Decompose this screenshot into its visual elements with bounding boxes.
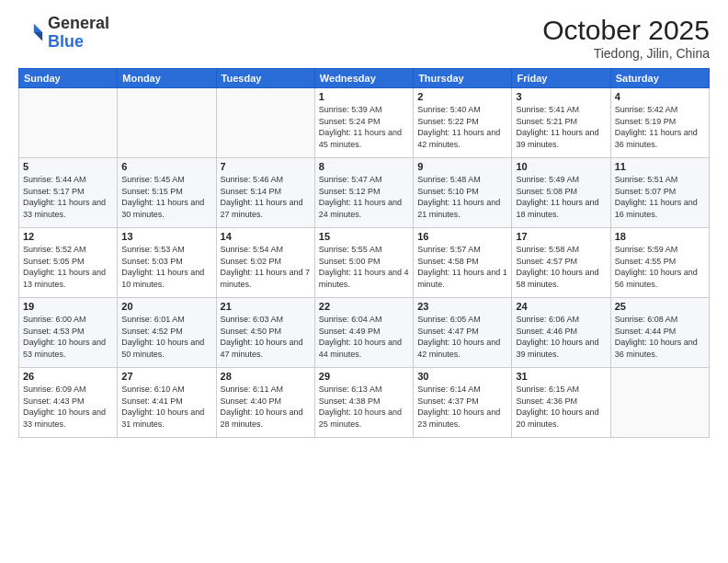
day-info-4-5: Sunrise: 6:15 AMSunset: 4:36 PMDaylight:… [516,384,606,430]
calendar: Sunday Monday Tuesday Wednesday Thursday… [18,68,710,438]
day-info-2-5: Sunrise: 5:58 AMSunset: 4:57 PMDaylight:… [516,244,606,290]
day-number-2-6: 18 [615,231,705,242]
day-number-0-6: 4 [615,91,705,102]
week-row-2: 12Sunrise: 5:52 AMSunset: 5:05 PMDayligh… [19,228,710,298]
calendar-cell-3-2: 21Sunrise: 6:03 AMSunset: 4:50 PMDayligh… [216,298,314,368]
col-thursday: Thursday [414,69,512,88]
calendar-cell-4-4: 30Sunrise: 6:14 AMSunset: 4:37 PMDayligh… [414,368,512,438]
day-number-2-3: 15 [319,231,409,242]
calendar-cell-3-0: 19Sunrise: 6:00 AMSunset: 4:53 PMDayligh… [19,298,118,368]
day-info-3-3: Sunrise: 6:04 AMSunset: 4:49 PMDaylight:… [319,314,409,360]
day-info-4-0: Sunrise: 6:09 AMSunset: 4:43 PMDaylight:… [23,384,113,430]
day-info-3-4: Sunrise: 6:05 AMSunset: 4:47 PMDaylight:… [417,314,507,360]
calendar-cell-1-1: 6Sunrise: 5:45 AMSunset: 5:15 PMDaylight… [118,158,216,228]
day-number-4-2: 28 [221,371,311,382]
day-info-0-5: Sunrise: 5:41 AMSunset: 5:21 PMDaylight:… [516,104,606,150]
day-info-3-2: Sunrise: 6:03 AMSunset: 4:50 PMDaylight:… [221,314,311,360]
day-number-2-2: 14 [221,231,311,242]
day-info-3-6: Sunrise: 6:08 AMSunset: 4:44 PMDaylight:… [615,314,705,360]
day-number-3-1: 20 [121,301,211,312]
day-number-3-4: 23 [417,301,507,312]
day-info-4-4: Sunrise: 6:14 AMSunset: 4:37 PMDaylight:… [417,384,507,430]
day-info-1-1: Sunrise: 5:45 AMSunset: 5:15 PMDaylight:… [121,174,211,220]
week-row-3: 19Sunrise: 6:00 AMSunset: 4:53 PMDayligh… [19,298,710,368]
day-info-1-3: Sunrise: 5:47 AMSunset: 5:12 PMDaylight:… [319,174,409,220]
day-info-2-1: Sunrise: 5:53 AMSunset: 5:03 PMDaylight:… [121,244,211,290]
day-info-2-0: Sunrise: 5:52 AMSunset: 5:05 PMDaylight:… [23,244,113,290]
calendar-cell-3-3: 22Sunrise: 6:04 AMSunset: 4:49 PMDayligh… [314,298,413,368]
day-info-0-6: Sunrise: 5:42 AMSunset: 5:19 PMDaylight:… [615,104,705,150]
day-info-1-4: Sunrise: 5:48 AMSunset: 5:10 PMDaylight:… [417,174,507,220]
subtitle: Tiedong, Jilin, China [542,46,710,61]
day-info-2-3: Sunrise: 5:55 AMSunset: 5:00 PMDaylight:… [319,244,409,290]
page: General Blue October 2025 Tiedong, Jilin… [0,0,728,563]
day-number-1-6: 11 [615,161,705,172]
logo-general: General [48,14,109,32]
calendar-cell-3-5: 24Sunrise: 6:06 AMSunset: 4:46 PMDayligh… [512,298,610,368]
day-number-1-2: 7 [221,161,311,172]
title-block: October 2025 Tiedong, Jilin, China [542,15,710,61]
day-number-3-3: 22 [319,301,409,312]
logo: General Blue [18,15,109,52]
day-number-0-4: 2 [417,91,507,102]
day-info-3-0: Sunrise: 6:00 AMSunset: 4:53 PMDaylight:… [23,314,113,360]
header: General Blue October 2025 Tiedong, Jilin… [18,15,710,61]
day-info-1-6: Sunrise: 5:51 AMSunset: 5:07 PMDaylight:… [615,174,705,220]
day-number-3-5: 24 [516,301,606,312]
day-number-3-6: 25 [615,301,705,312]
day-info-1-5: Sunrise: 5:49 AMSunset: 5:08 PMDaylight:… [516,174,606,220]
calendar-cell-0-2 [216,88,314,158]
calendar-cell-3-1: 20Sunrise: 6:01 AMSunset: 4:52 PMDayligh… [118,298,216,368]
col-friday: Friday [512,69,610,88]
day-number-4-3: 29 [319,371,409,382]
day-number-1-0: 5 [23,161,113,172]
calendar-cell-4-0: 26Sunrise: 6:09 AMSunset: 4:43 PMDayligh… [19,368,118,438]
calendar-cell-1-0: 5Sunrise: 5:44 AMSunset: 5:17 PMDaylight… [19,158,118,228]
calendar-cell-1-4: 9Sunrise: 5:48 AMSunset: 5:10 PMDaylight… [414,158,512,228]
calendar-cell-0-1 [118,88,216,158]
calendar-cell-2-2: 14Sunrise: 5:54 AMSunset: 5:02 PMDayligh… [216,228,314,298]
day-info-0-4: Sunrise: 5:40 AMSunset: 5:22 PMDaylight:… [417,104,507,150]
calendar-cell-2-4: 16Sunrise: 5:57 AMSunset: 4:58 PMDayligh… [414,228,512,298]
calendar-cell-2-3: 15Sunrise: 5:55 AMSunset: 5:00 PMDayligh… [314,228,413,298]
calendar-cell-2-0: 12Sunrise: 5:52 AMSunset: 5:05 PMDayligh… [19,228,118,298]
calendar-cell-1-2: 7Sunrise: 5:46 AMSunset: 5:14 PMDaylight… [216,158,314,228]
day-number-1-3: 8 [319,161,409,172]
day-info-1-0: Sunrise: 5:44 AMSunset: 5:17 PMDaylight:… [23,174,113,220]
day-info-3-1: Sunrise: 6:01 AMSunset: 4:52 PMDaylight:… [121,314,211,360]
logo-text: General Blue [48,15,109,52]
calendar-cell-0-0 [19,88,118,158]
month-title: October 2025 [542,15,710,46]
svg-marker-1 [34,32,42,40]
day-number-3-2: 21 [221,301,311,312]
calendar-cell-2-1: 13Sunrise: 5:53 AMSunset: 5:03 PMDayligh… [118,228,216,298]
day-number-1-1: 6 [121,161,211,172]
calendar-cell-0-6: 4Sunrise: 5:42 AMSunset: 5:19 PMDaylight… [610,88,709,158]
col-tuesday: Tuesday [216,69,314,88]
week-row-4: 26Sunrise: 6:09 AMSunset: 4:43 PMDayligh… [19,368,710,438]
day-number-4-5: 31 [516,371,606,382]
day-info-4-1: Sunrise: 6:10 AMSunset: 4:41 PMDaylight:… [121,384,211,430]
calendar-cell-0-3: 1Sunrise: 5:39 AMSunset: 5:24 PMDaylight… [314,88,413,158]
col-monday: Monday [118,69,216,88]
day-number-4-0: 26 [23,371,113,382]
calendar-cell-1-5: 10Sunrise: 5:49 AMSunset: 5:08 PMDayligh… [512,158,610,228]
day-number-2-4: 16 [417,231,507,242]
col-sunday: Sunday [19,69,118,88]
logo-blue: Blue [48,32,84,51]
day-number-4-1: 27 [121,371,211,382]
day-number-4-4: 30 [417,371,507,382]
calendar-cell-3-4: 23Sunrise: 6:05 AMSunset: 4:47 PMDayligh… [414,298,512,368]
calendar-cell-4-3: 29Sunrise: 6:13 AMSunset: 4:38 PMDayligh… [314,368,413,438]
calendar-cell-4-2: 28Sunrise: 6:11 AMSunset: 4:40 PMDayligh… [216,368,314,438]
logo-icon [18,20,44,46]
calendar-cell-1-6: 11Sunrise: 5:51 AMSunset: 5:07 PMDayligh… [610,158,709,228]
week-row-0: 1Sunrise: 5:39 AMSunset: 5:24 PMDaylight… [19,88,710,158]
day-number-0-3: 1 [319,91,409,102]
day-info-3-5: Sunrise: 6:06 AMSunset: 4:46 PMDaylight:… [516,314,606,360]
day-number-0-5: 3 [516,91,606,102]
calendar-cell-4-6 [610,368,709,438]
col-saturday: Saturday [610,69,709,88]
day-number-2-5: 17 [516,231,606,242]
day-info-2-2: Sunrise: 5:54 AMSunset: 5:02 PMDaylight:… [221,244,311,290]
